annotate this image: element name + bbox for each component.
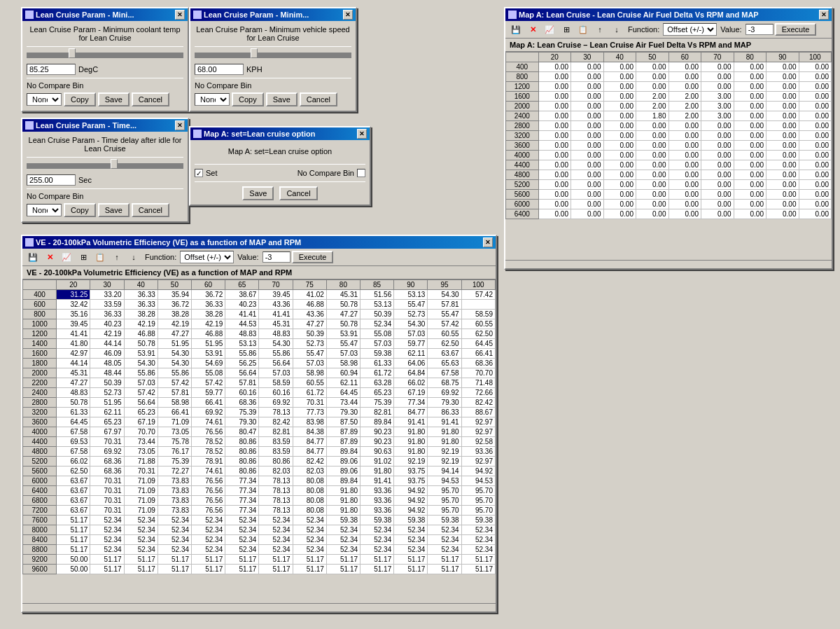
ve-cell[interactable]: 71.88: [124, 457, 158, 466]
ve-cell[interactable]: 35.16: [57, 310, 90, 319]
time-copy-btn[interactable]: Copy: [64, 203, 96, 217]
ve-cell[interactable]: 73.83: [158, 486, 191, 496]
ve-cell[interactable]: 66.41: [192, 398, 225, 408]
ve-cell[interactable]: 50.78: [124, 339, 158, 349]
afd-value-input[interactable]: [746, 24, 774, 35]
afd-cell[interactable]: 0.00: [571, 62, 604, 72]
ve-cell[interactable]: 82.42: [293, 457, 326, 466]
ve-cell[interactable]: 92.58: [461, 437, 495, 447]
ve-cell[interactable]: 66.02: [394, 378, 428, 388]
afd-cell[interactable]: 0.00: [701, 151, 734, 160]
ve-cell[interactable]: 63.67: [428, 349, 461, 359]
ve-cell[interactable]: 95.70: [428, 506, 461, 516]
ve-cell[interactable]: 53.91: [124, 349, 158, 359]
ve-cell[interactable]: 50.39: [360, 310, 394, 319]
afd-cell[interactable]: 0.00: [734, 92, 766, 102]
ve-cell[interactable]: 50.78: [57, 398, 90, 408]
ve-cell[interactable]: 52.34: [394, 535, 428, 545]
ve-cell[interactable]: 93.75: [394, 466, 428, 476]
afd-cell[interactable]: 0.00: [668, 180, 701, 190]
ve-function-select[interactable]: Offset (+/-): [180, 251, 234, 263]
ve-cell[interactable]: 75.39: [225, 408, 259, 417]
ve-cell[interactable]: 89.06: [326, 457, 360, 466]
ve-cell[interactable]: 79.30: [428, 398, 461, 408]
afd-cell[interactable]: 0.00: [766, 72, 799, 82]
ve-cell[interactable]: 52.34: [360, 545, 394, 555]
ve-cell[interactable]: 57.42: [461, 290, 495, 300]
ve-cell[interactable]: 51.17: [124, 565, 158, 574]
afd-cell[interactable]: 0.00: [571, 82, 604, 92]
ve-cell[interactable]: 57.81: [428, 300, 461, 310]
ve-cell[interactable]: 62.50: [57, 466, 90, 476]
lean-time-close[interactable]: ✕: [175, 120, 185, 130]
ve-cell[interactable]: 80.86: [225, 466, 259, 476]
ve-cell[interactable]: 51.56: [360, 290, 394, 300]
ve-cell[interactable]: 72.66: [461, 388, 495, 398]
ve-cell[interactable]: 45.31: [259, 319, 293, 329]
ve-cell[interactable]: 73.05: [124, 447, 158, 457]
afd-cell[interactable]: 0.00: [571, 151, 604, 160]
ve-cell[interactable]: 51.17: [192, 565, 225, 574]
ve-cell[interactable]: 52.34: [293, 516, 326, 525]
ve-cell[interactable]: 79.30: [326, 408, 360, 417]
ve-cell[interactable]: 87.50: [326, 417, 360, 427]
ve-cell[interactable]: 55.86: [225, 349, 259, 359]
afd-cell[interactable]: 0.00: [799, 131, 832, 141]
ve-cell[interactable]: 61.33: [360, 359, 394, 368]
ve-cell[interactable]: 52.34: [90, 525, 124, 535]
dn-toolbar-btn[interactable]: ↓: [126, 250, 141, 264]
afd-cell[interactable]: 0.00: [668, 141, 701, 151]
ve-cell[interactable]: 64.45: [461, 339, 495, 349]
afd-cell[interactable]: 0.00: [603, 151, 636, 160]
coolant-value-input[interactable]: [27, 64, 76, 75]
afd-cell[interactable]: 0.00: [538, 190, 571, 200]
afd-cell[interactable]: 0.00: [734, 72, 766, 82]
afd-cell[interactable]: 2.00: [668, 102, 701, 111]
ve-cell[interactable]: 60.16: [225, 388, 259, 398]
ve-cell[interactable]: 51.17: [394, 565, 428, 574]
afd-cell[interactable]: 0.00: [571, 92, 604, 102]
afd-cell[interactable]: 0.00: [734, 62, 766, 72]
ve-cell[interactable]: 57.42: [158, 378, 191, 388]
afd-cell[interactable]: 0.00: [766, 62, 799, 72]
ve-cell[interactable]: 70.31: [90, 476, 124, 486]
ve-cell[interactable]: 51.17: [360, 565, 394, 574]
ve-cell[interactable]: 57.03: [326, 349, 360, 359]
ve-cell[interactable]: 59.77: [394, 339, 428, 349]
ve-cell[interactable]: 54.30: [124, 359, 158, 368]
ve-cell[interactable]: 74.61: [192, 417, 225, 427]
ve-cell[interactable]: 95.70: [461, 486, 495, 496]
ve-cell[interactable]: 52.34: [326, 545, 360, 555]
ve-cell[interactable]: 55.47: [394, 300, 428, 310]
ve-cell[interactable]: 65.23: [124, 408, 158, 417]
ve-cell[interactable]: 35.94: [158, 290, 191, 300]
afd-cell[interactable]: 0.00: [799, 209, 832, 219]
afd-cell[interactable]: 0.00: [766, 190, 799, 200]
ve-cell[interactable]: 52.34: [326, 525, 360, 535]
ve-cell[interactable]: 56.64: [225, 368, 259, 378]
ve-cell[interactable]: 90.23: [360, 427, 394, 437]
ve-value-input[interactable]: [262, 251, 290, 263]
ve-cell[interactable]: 51.17: [57, 545, 90, 555]
afd-save-btn[interactable]: 💾: [508, 22, 524, 36]
ve-cell[interactable]: 33.59: [90, 300, 124, 310]
afd-cell[interactable]: 0.00: [603, 72, 636, 82]
afd-cell[interactable]: 0.00: [668, 121, 701, 131]
ve-cell[interactable]: 73.44: [124, 437, 158, 447]
ve-cell[interactable]: 52.34: [259, 525, 293, 535]
afd-cell[interactable]: 3.00: [701, 111, 734, 121]
ve-cell[interactable]: 94.53: [428, 476, 461, 486]
ve-cell[interactable]: 47.27: [326, 310, 360, 319]
ve-cell[interactable]: 82.03: [259, 466, 293, 476]
ve-cell[interactable]: 91.80: [394, 437, 428, 447]
ve-cell[interactable]: 82.42: [259, 417, 293, 427]
ve-cell[interactable]: 88.67: [461, 408, 495, 417]
ve-cell[interactable]: 92.19: [428, 447, 461, 457]
coolant-copy-btn[interactable]: Copy: [64, 92, 96, 106]
afd-cell[interactable]: 1.80: [636, 111, 669, 121]
afd-cell[interactable]: 0.00: [668, 82, 701, 92]
ve-cell[interactable]: 73.05: [158, 427, 191, 437]
afd-cell[interactable]: 0.00: [701, 200, 734, 209]
ve-cell[interactable]: 51.17: [57, 525, 90, 535]
ve-cell[interactable]: 51.17: [293, 555, 326, 565]
